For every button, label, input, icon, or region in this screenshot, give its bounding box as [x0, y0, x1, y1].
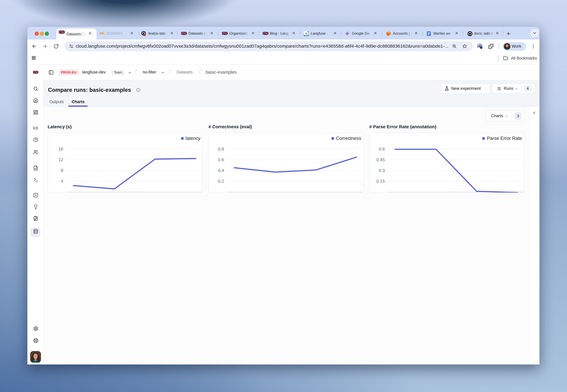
svg-text:0.8: 0.8: [218, 147, 224, 151]
svg-text:0.2: 0.2: [218, 179, 224, 184]
svg-text:8: 8: [61, 168, 63, 173]
svg-text:0.6: 0.6: [218, 157, 224, 162]
svg-text:12: 12: [58, 157, 63, 162]
svg-text:0.15: 0.15: [376, 179, 385, 184]
svg-text:0.4: 0.4: [218, 168, 224, 173]
svg-text:0.6: 0.6: [379, 147, 385, 151]
svg-text:0.3: 0.3: [379, 168, 385, 173]
svg-text:0.45: 0.45: [376, 157, 385, 162]
svg-text:4: 4: [61, 179, 63, 184]
svg-text:16: 16: [58, 147, 63, 151]
